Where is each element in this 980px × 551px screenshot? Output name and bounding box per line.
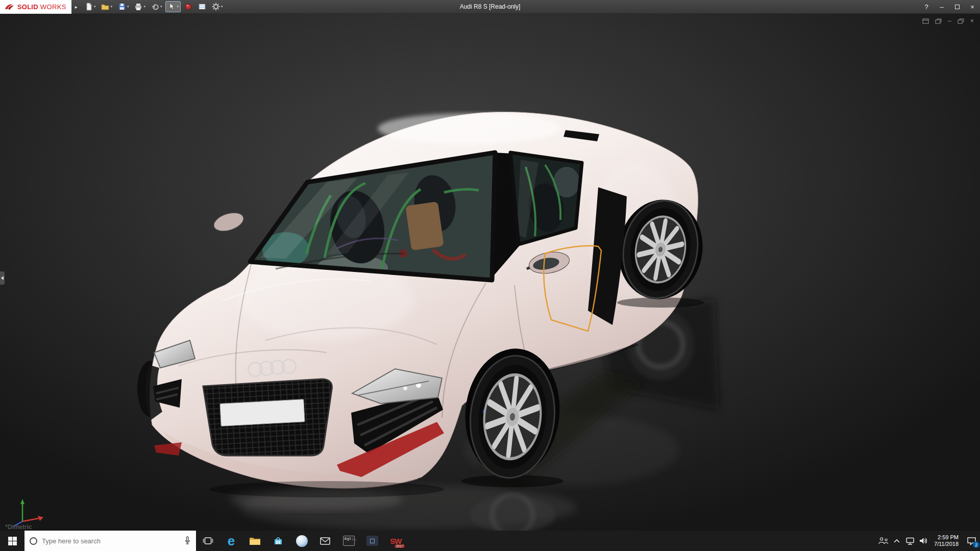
minimize-icon: – [940, 3, 943, 11]
notification-badge: 2 [973, 541, 979, 548]
close-icon: × [970, 3, 974, 11]
mail-icon [320, 537, 330, 545]
quick-access-toolbar: ▾ ▾ ▾ ▾ ▾ [83, 1, 225, 12]
minimize-button[interactable]: – [934, 0, 949, 13]
file-explorer-icon [249, 536, 261, 545]
file-properties-icon [198, 3, 206, 11]
dassault-logo-icon [4, 3, 15, 11]
record-macro-icon [184, 3, 192, 11]
store-icon [273, 536, 283, 546]
doc-restore-button[interactable] [958, 18, 964, 24]
network-button[interactable] [903, 531, 917, 551]
reference-triad [7, 495, 46, 528]
print-button[interactable]: ▾ [132, 1, 148, 12]
options-gear-icon [212, 3, 220, 11]
undo-icon [151, 3, 159, 11]
dropdown-caret-icon[interactable]: ▾ [221, 5, 223, 9]
taskbar-clock[interactable]: 2:59 PM 7/11/2018 [930, 534, 963, 547]
task-view-button[interactable] [196, 531, 219, 551]
save-button[interactable]: ▾ [116, 1, 131, 12]
window-controls: ? – × [919, 0, 980, 13]
help-icon: ? [924, 3, 928, 11]
doc-close-icon: × [970, 18, 974, 24]
maximize-icon [955, 5, 960, 9]
windows-logo-icon [8, 537, 17, 545]
taskbar-app-edge[interactable]: e [219, 531, 243, 551]
clock-time: 2:59 PM [934, 534, 959, 541]
dropdown-caret-icon[interactable]: ▾ [94, 5, 96, 9]
new-window-icon[interactable] [922, 18, 929, 24]
titlebar: SOLIDWORKS ▸ ▾ ▾ ▾ ▾ [0, 0, 980, 14]
new-document-icon [85, 3, 93, 11]
taskbar-app-dev[interactable] [360, 531, 384, 551]
new-document-button[interactable]: ▾ [83, 1, 98, 12]
people-icon [878, 537, 889, 545]
doc-close-button[interactable]: × [970, 18, 974, 24]
system-tray: 2:59 PM 7/11/2018 2 [877, 531, 980, 551]
taskbar-app-store[interactable] [266, 531, 290, 551]
solidworks-2017-icon: SW 2017 [386, 533, 405, 548]
doc-minimize-button[interactable]: – [948, 18, 951, 24]
print-icon [134, 3, 142, 11]
dropdown-caret-icon[interactable]: ▾ [110, 5, 112, 9]
left-mirror [212, 210, 246, 247]
chevron-up-icon [893, 538, 900, 543]
taskbar-app-mail[interactable] [313, 531, 337, 551]
taskbar-app-command-prompt[interactable]: &gt;_ [337, 531, 360, 551]
edge-icon: e [228, 534, 235, 547]
dropdown-caret-icon[interactable]: ▾ [177, 5, 179, 9]
command-prompt-icon: &gt;_ [343, 536, 355, 546]
3d-model-canvas[interactable] [0, 14, 980, 531]
panel-collapse-tab[interactable] [0, 271, 5, 285]
record-macro-button[interactable] [182, 1, 194, 12]
logo-text-works: WORKS [40, 3, 66, 11]
open-document-button[interactable]: ▾ [99, 1, 114, 12]
taskbar-app-solidworks[interactable]: SW 2017 [384, 531, 407, 551]
doc-minimize-icon: – [948, 18, 951, 24]
microphone-icon[interactable] [184, 536, 191, 545]
people-button[interactable] [877, 531, 890, 551]
file-properties-button[interactable] [196, 1, 208, 12]
windows-taskbar: e &gt;_ SW 2017 [0, 531, 980, 551]
dropdown-caret-icon[interactable]: ▾ [160, 5, 162, 9]
dropdown-caret-icon[interactable]: ▾ [127, 5, 129, 9]
cascade-window-icon[interactable] [935, 18, 942, 24]
solidworks-logo[interactable]: SOLIDWORKS [0, 0, 71, 14]
network-icon [905, 537, 915, 545]
clock-date: 7/11/2018 [934, 541, 959, 547]
undo-button[interactable]: ▾ [149, 1, 164, 12]
view-orientation-label: *Dimetric [5, 523, 32, 531]
maximize-button[interactable] [949, 0, 965, 13]
graphics-area[interactable]: – × *Dimetric [0, 14, 980, 531]
action-center-button[interactable]: 2 [963, 531, 980, 551]
dropdown-caret-icon[interactable]: ▾ [143, 5, 145, 9]
search-input[interactable] [42, 537, 160, 545]
start-button[interactable] [0, 531, 24, 551]
task-view-icon [203, 537, 213, 545]
select-tool-button[interactable]: ▾ [165, 1, 181, 12]
close-button[interactable]: × [965, 0, 980, 13]
license-plate [220, 399, 305, 427]
taskbar-search-box[interactable] [24, 531, 196, 551]
cortana-icon [30, 537, 37, 545]
logo-text-solid: SOLID [17, 3, 38, 11]
help-button[interactable]: ? [919, 0, 934, 13]
taskbar-app-file-explorer[interactable] [243, 531, 266, 551]
volume-button[interactable] [917, 531, 930, 551]
taskbar-app-media[interactable] [290, 531, 313, 551]
save-icon [118, 3, 126, 11]
select-cursor-icon [167, 3, 176, 11]
tray-overflow-button[interactable] [890, 531, 903, 551]
menu-flyout-arrow-icon[interactable]: ▸ [75, 4, 78, 10]
options-button[interactable]: ▾ [210, 1, 225, 12]
media-app-icon [296, 535, 308, 547]
document-window-controls: – × [922, 18, 974, 24]
collapse-arrow-icon [1, 276, 4, 280]
volume-icon [919, 537, 928, 545]
dev-app-icon [366, 536, 378, 546]
open-folder-icon [101, 3, 109, 11]
